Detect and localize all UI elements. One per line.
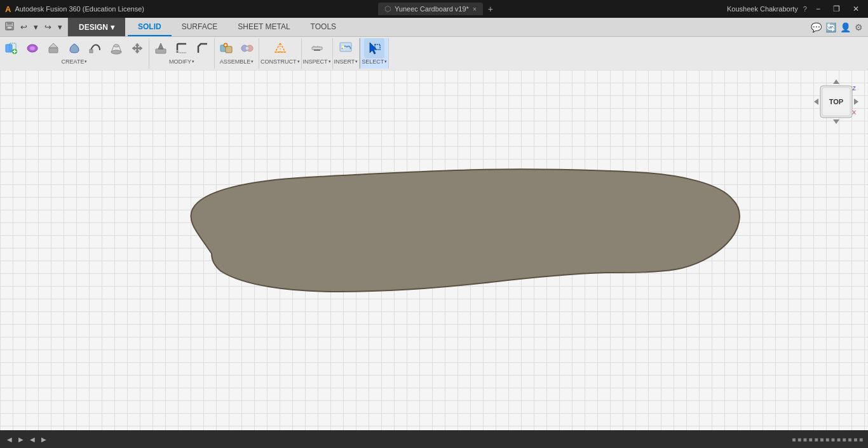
tab-surface[interactable]: SURFACE	[172, 18, 228, 36]
assemble-section: ASSEMBLE ▾	[215, 38, 259, 69]
svg-marker-28	[275, 43, 285, 52]
svg-point-9	[30, 46, 35, 50]
loft-button[interactable]	[106, 38, 126, 58]
title-bar-left: A Autodesk Fusion 360 (Education License…	[5, 4, 144, 14]
app-name: Autodesk Fusion 360 (Education License)	[15, 5, 144, 13]
notifications-icon[interactable]: 💬	[811, 22, 822, 32]
status-prev2[interactable]: ◀	[28, 435, 37, 444]
toolbar-icons-row: CREATE ▾	[0, 37, 868, 70]
svg-rect-31	[312, 47, 322, 50]
sweep-button[interactable]	[85, 38, 105, 58]
svg-point-27	[245, 46, 249, 50]
user-name: Kousheek Chakraborty	[727, 5, 798, 13]
undo-dropdown[interactable]: ▾	[31, 21, 41, 33]
svg-rect-21	[226, 46, 232, 53]
status-next1[interactable]: ▶	[17, 435, 25, 444]
title-bar-right: Kousheek Chakraborty ? − ❐ ✕	[727, 3, 863, 15]
create-form-button[interactable]	[22, 38, 43, 58]
status-bar: ◀ ▶ ◀ ▶ ■ ■ ■ ■ ■ ■ ■ ■ ■ ■ ■ ■ ■	[0, 430, 868, 448]
svg-marker-19	[158, 43, 163, 49]
svg-rect-18	[156, 49, 166, 53]
new-component-button[interactable]	[1, 38, 22, 58]
toolbar-top-row: ↩ ▾ ↪ ▾ DESIGN ▾ SOLID SURFACE SHEET MET…	[0, 18, 868, 37]
select-section-label[interactable]: SELECT ▾	[362, 58, 387, 65]
fillet-button[interactable]	[172, 38, 192, 58]
design-dropdown[interactable]: DESIGN ▾	[68, 18, 125, 36]
create-section-label[interactable]: CREATE ▾	[62, 58, 88, 65]
extrude-button[interactable]	[43, 38, 64, 58]
file-tab-name: Yuneec Cardboard v19*	[395, 5, 469, 13]
move-copy-button[interactable]	[127, 38, 147, 58]
status-right: ■ ■ ■ ■ ■ ■ ■ ■ ■ ■ ■ ■ ■	[792, 436, 863, 443]
app-logo: A	[5, 4, 11, 14]
tab-sheet-metal[interactable]: SHEET METAL	[227, 18, 300, 36]
close-tab-button[interactable]: ×	[473, 6, 477, 13]
assemble-section-label[interactable]: ASSEMBLE ▾	[220, 58, 254, 65]
tab-solid[interactable]: SOLID	[128, 18, 172, 36]
settings-icon[interactable]: ⚙	[855, 22, 863, 32]
inspect-section: INSPECT ▾	[302, 38, 333, 69]
svg-point-38	[342, 46, 344, 48]
svg-rect-1	[7, 22, 12, 25]
status-next2[interactable]: ▶	[39, 435, 48, 444]
new-component-assemble-button[interactable]	[216, 38, 236, 58]
svg-marker-47	[833, 119, 839, 124]
svg-text:X: X	[852, 109, 856, 116]
modify-section: MODIFY ▾	[149, 38, 215, 69]
save-button[interactable]	[3, 20, 17, 34]
svg-rect-2	[7, 26, 12, 29]
insert-button[interactable]	[336, 38, 356, 58]
svg-text:Z: Z	[852, 85, 856, 92]
minimize-button[interactable]: −	[812, 3, 824, 15]
status-prev1[interactable]: ◀	[5, 435, 14, 444]
insert-section: INSERT ▾	[333, 38, 360, 69]
revolve-button[interactable]	[64, 38, 85, 58]
undo-button[interactable]: ↩	[18, 21, 30, 33]
construct-section: CONSTRUCT ▾	[259, 38, 302, 69]
close-button[interactable]: ✕	[849, 3, 863, 15]
chamfer-button[interactable]	[193, 38, 213, 58]
title-bar: A Autodesk Fusion 360 (Education License…	[0, 0, 868, 18]
joint-button[interactable]	[237, 38, 257, 58]
file-tab[interactable]: ⬡ Yuneec Cardboard v19* ×	[378, 3, 483, 15]
construct-button[interactable]	[270, 38, 290, 58]
svg-rect-10	[49, 48, 58, 53]
measure-button[interactable]	[307, 38, 327, 58]
insert-section-label[interactable]: INSERT ▾	[334, 58, 358, 65]
modify-section-label[interactable]: MODIFY ▾	[169, 58, 194, 65]
toolbar-tabs: SOLID SURFACE SHEET METAL TOOLS	[125, 18, 806, 36]
title-bar-center: ⬡ Yuneec Cardboard v19* × +	[378, 3, 493, 15]
construct-section-label[interactable]: CONSTRUCT ▾	[261, 58, 300, 65]
toolbar-area: ↩ ▾ ↪ ▾ DESIGN ▾ SOLID SURFACE SHEET MET…	[0, 18, 868, 70]
svg-marker-11	[49, 43, 58, 48]
select-section: SELECT ▾	[360, 38, 389, 69]
account-icon[interactable]: 👤	[840, 22, 851, 32]
svg-marker-44	[814, 98, 818, 105]
cardboard-shape	[85, 107, 783, 393]
press-pull-button[interactable]	[151, 38, 171, 58]
viewcube-svg: TOP Z X	[811, 76, 862, 127]
select-button[interactable]	[364, 38, 384, 58]
redo-dropdown[interactable]: ▾	[55, 21, 65, 33]
help-menu-icon[interactable]: 🔄	[825, 22, 836, 32]
svg-point-14	[111, 50, 121, 54]
svg-marker-45	[854, 98, 858, 105]
create-section: CREATE ▾	[0, 38, 149, 69]
restore-button[interactable]: ❐	[829, 3, 844, 15]
design-caret: ▾	[111, 23, 114, 32]
help-icon[interactable]: ?	[803, 5, 807, 13]
inspect-section-label[interactable]: INSPECT ▾	[303, 58, 331, 65]
tab-tools[interactable]: TOOLS	[301, 18, 346, 36]
svg-rect-13	[90, 50, 93, 53]
viewcube[interactable]: TOP Z X	[811, 76, 862, 127]
svg-point-15	[114, 44, 119, 47]
design-label: DESIGN	[79, 23, 108, 32]
viewport[interactable]: TOP Z X	[0, 70, 868, 430]
svg-text:TOP: TOP	[829, 98, 843, 105]
add-tab-button[interactable]: +	[488, 4, 493, 14]
redo-button[interactable]: ↪	[42, 21, 54, 33]
shape-container	[0, 70, 868, 430]
svg-marker-46	[833, 79, 839, 84]
